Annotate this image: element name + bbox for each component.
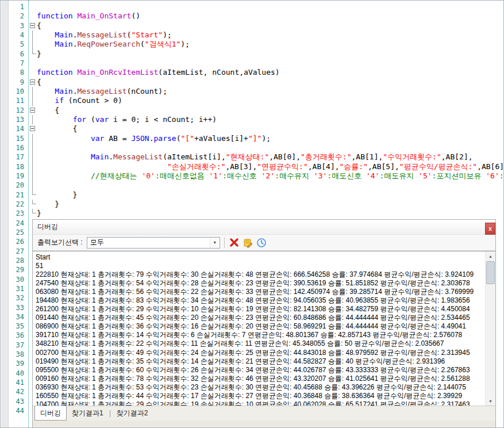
fold-collapse-icon[interactable] <box>30 126 35 131</box>
clear-output-icon[interactable] <box>229 237 240 248</box>
timestamp-clock-icon[interactable] <box>256 237 267 248</box>
close-icon[interactable]: x <box>485 223 495 235</box>
fold-margin[interactable] <box>29 78 37 87</box>
scroll-down-icon[interactable]: ▼ <box>486 396 495 406</box>
fold-margin[interactable] <box>29 200 37 209</box>
fold-margin[interactable] <box>29 30 37 40</box>
fold-margin[interactable] <box>29 209 37 218</box>
fold-margin[interactable] <box>29 134 37 143</box>
code-line[interactable]: 9{ <box>1 78 503 87</box>
line-number: 30 <box>1 275 26 284</box>
output-view-label: 출력보기선택 : <box>37 238 83 247</box>
fold-margin[interactable] <box>29 87 37 96</box>
code-line[interactable]: 7 <box>1 59 503 68</box>
code-line[interactable]: 22 } <box>1 200 503 209</box>
debug-output-line: 348210 현재상태: 1 총거래횟수: 22 수익거래횟수: 11 손실거래… <box>36 339 484 348</box>
debug-panel-titlebar: 디버깅 x <box>33 220 495 235</box>
code-line[interactable]: 12 { <box>1 106 503 115</box>
code-line[interactable]: 21 } <box>1 190 503 200</box>
fold-collapse-icon[interactable] <box>30 108 35 113</box>
code-line[interactable]: 10 Main.MessageList(nCount); <box>1 87 503 96</box>
code-line[interactable]: 4 Main.MessageList("Start"); <box>1 30 503 40</box>
code-line[interactable]: 15 var AB = JSON.parse("["+aValues[i]+"]… <box>1 134 503 143</box>
log-notepad-icon[interactable] <box>243 237 253 248</box>
code-text <box>37 143 503 152</box>
line-number: 8 <box>1 68 26 77</box>
fold-margin[interactable] <box>29 106 37 115</box>
code-text: Main.MessageList(nCount); <box>37 87 503 96</box>
fold-guide <box>32 143 33 152</box>
line-number: 11 <box>1 96 26 105</box>
fold-margin[interactable] <box>29 152 37 162</box>
code-line[interactable]: 3{ <box>1 21 503 30</box>
fold-margin[interactable] <box>29 143 37 152</box>
code-line[interactable]: 6} <box>1 49 503 59</box>
fold-margin[interactable] <box>29 21 37 30</box>
panel-tab-2[interactable]: 찾기결과1 <box>67 407 109 420</box>
code-line[interactable]: 5 Main.ReqPowerSearch("검색식1"); <box>1 40 503 49</box>
fold-collapse-icon[interactable] <box>30 23 35 28</box>
scroll-up-icon[interactable]: ▲ <box>486 251 495 261</box>
chevron-down-icon[interactable]: ▼ <box>210 238 220 248</box>
fold-margin[interactable] <box>29 190 37 200</box>
line-number: 23 <box>1 209 26 218</box>
fold-margin[interactable] <box>29 96 37 105</box>
fold-collapse-icon[interactable] <box>30 79 35 85</box>
code-text: } <box>37 209 503 218</box>
code-text: var AB = JSON.parse("["+aValues[i]+"]"); <box>37 134 503 143</box>
debug-output-line: 019490 현재상태: 1 총거래횟수: 35 수익거래횟수: 14 손실거래… <box>36 357 484 366</box>
output-filter-select[interactable]: 모두 ▼ <box>87 237 220 249</box>
code-line[interactable]: 20 <box>1 181 503 190</box>
debug-output-line: 247540 현재상태: 1 총거래횟수: 54 수익거래횟수: 28 손실거래… <box>36 279 484 288</box>
fold-margin[interactable] <box>29 162 37 171</box>
line-number: 21 <box>1 190 26 200</box>
fold-margin[interactable] <box>29 2 37 12</box>
panel-tab-1[interactable]: 디버깅 <box>34 406 67 421</box>
code-text <box>37 181 503 190</box>
code-line[interactable]: 13 for (var i = 0; i < nCount; i++) <box>1 115 503 124</box>
code-line[interactable]: 1 <box>1 2 503 12</box>
code-text: { <box>37 124 503 133</box>
code-line[interactable]: 2function Main_OnStart() <box>1 12 503 21</box>
fold-margin[interactable] <box>29 68 37 77</box>
code-line[interactable]: 11 if (nCount > 0) <box>1 96 503 105</box>
fold-margin[interactable] <box>29 181 37 190</box>
script-editor-window: 12function Main_OnStart()3{4 Main.Messag… <box>0 0 504 428</box>
code-line[interactable]: 14 { <box>1 124 503 133</box>
fold-guide <box>32 96 33 105</box>
fold-margin[interactable] <box>29 12 37 21</box>
fold-margin[interactable] <box>29 171 37 181</box>
code-line[interactable]: 8function Main_OnRcvItemList(aItemList, … <box>1 68 503 77</box>
line-number: 40 <box>1 369 26 378</box>
line-number: 44 <box>1 406 26 415</box>
code-line[interactable]: 17 Main.MessageList(aItemList[i],"현재상태:"… <box>1 152 503 162</box>
code-line[interactable]: 16 <box>1 143 503 152</box>
fold-margin[interactable] <box>29 124 37 133</box>
code-line[interactable]: 19 //현재상태는 '0':매매신호없음 '1':매수신호 '2':매수유지 … <box>1 171 503 181</box>
debug-output-text: Start51222810 현재상태: 1 총거래횟수: 79 수익거래횟수: … <box>36 253 484 406</box>
debug-output-line: 063080 현재상태: 1 총거래횟수: 56 수익거래횟수: 22 손실거래… <box>36 288 484 296</box>
fold-guide <box>32 152 33 162</box>
fold-margin[interactable] <box>29 49 37 59</box>
debug-output-area[interactable]: Start51222810 현재상태: 1 총거래횟수: 79 수익거래횟수: … <box>33 251 495 406</box>
code-text: function Main_OnRcvItemList(aItemList, n… <box>37 68 503 77</box>
line-number: 3 <box>1 21 26 30</box>
debug-output-line: 002700 현재상태: 1 총거래횟수: 49 수익거래횟수: 24 손실거래… <box>36 349 484 357</box>
panel-tab-3[interactable]: 찾기결과2 <box>111 407 153 420</box>
code-line[interactable]: 18 "손실거래횟수:",AB[3],"연평균수익:",AB[4],"승률:",… <box>1 162 503 171</box>
debug-output-line: 095500 현재상태: 1 총거래횟수: 60 수익거래횟수: 26 손실거래… <box>36 366 484 375</box>
line-number: 16 <box>1 143 26 152</box>
code-text: { <box>37 106 503 115</box>
fold-margin[interactable] <box>29 40 37 49</box>
fold-margin[interactable] <box>29 59 37 68</box>
panel-tab-bar: 디버깅찾기결과1찾기결과2 <box>33 406 495 421</box>
code-line[interactable]: 23} <box>1 209 503 218</box>
code-text: function Main_OnStart() <box>37 12 503 21</box>
scrollbar-thumb[interactable] <box>486 261 495 284</box>
debug-toolbar: 출력보기선택 : 모두 ▼ <box>33 235 495 251</box>
debug-output-line: 261200 현재상태: 1 총거래횟수: 29 수익거래횟수: 10 손실거래… <box>36 305 484 314</box>
fold-margin[interactable] <box>29 115 37 124</box>
fold-guide <box>32 209 36 213</box>
output-scrollbar[interactable]: ▲ ▼ <box>485 251 495 406</box>
code-text <box>37 59 503 68</box>
